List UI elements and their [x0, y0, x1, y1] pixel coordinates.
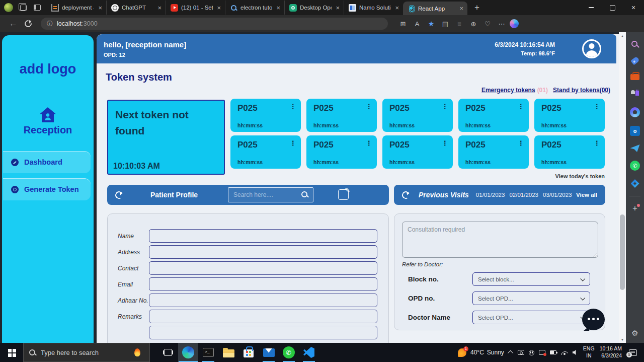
- split-screen-icon[interactable]: ▤: [439, 18, 451, 30]
- field-input[interactable]: [149, 261, 377, 275]
- store-taskbar-button[interactable]: [238, 343, 259, 362]
- language-indicator[interactable]: ENGIN: [583, 345, 595, 359]
- user-avatar[interactable]: [582, 39, 601, 58]
- workspaces-icon[interactable]: [20, 5, 27, 11]
- field-input[interactable]: [149, 326, 377, 339]
- tab-close-icon[interactable]: ×: [394, 4, 400, 12]
- toolbox-icon[interactable]: [630, 74, 639, 80]
- browser-tab[interactable]: React App ×: [403, 2, 467, 15]
- volume-icon[interactable]: [573, 350, 578, 355]
- refresh-icon[interactable]: [402, 191, 410, 199]
- new-tab-button[interactable]: +: [467, 3, 487, 13]
- drop-icon[interactable]: [631, 179, 639, 188]
- consultation-textarea[interactable]: [402, 222, 598, 258]
- select-dropdown[interactable]: Select OPD...: [472, 292, 590, 305]
- kebab-menu-icon[interactable]: ⋮: [442, 139, 448, 147]
- favorites-star-icon[interactable]: ★: [425, 18, 437, 30]
- kebab-menu-icon[interactable]: ⋮: [290, 139, 296, 147]
- browser-tab[interactable]: electron tutoria ×: [225, 1, 284, 15]
- tab-close-icon[interactable]: ×: [156, 4, 163, 12]
- browser-tab[interactable]: Namo Solution ×: [344, 1, 403, 15]
- window-close-button[interactable]: ×: [623, 0, 644, 15]
- clock[interactable]: 10:16 AM6/3/2024: [600, 345, 622, 359]
- outlook-icon[interactable]: [630, 126, 640, 136]
- kebab-menu-icon[interactable]: ⋮: [518, 139, 524, 147]
- field-input[interactable]: [149, 310, 377, 323]
- kebab-menu-icon[interactable]: ⋮: [594, 139, 600, 147]
- whatsapp-taskbar-button[interactable]: [279, 343, 299, 362]
- view-all-link[interactable]: View all: [576, 192, 597, 198]
- kebab-menu-icon[interactable]: ⋮: [290, 103, 296, 110]
- scrollbar-thumb[interactable]: [620, 214, 625, 290]
- terminal-taskbar-button[interactable]: [198, 343, 218, 362]
- favorites-list-icon[interactable]: ≡: [453, 18, 465, 30]
- kebab-menu-icon[interactable]: ⋮: [366, 103, 372, 110]
- tag-icon[interactable]: [630, 56, 640, 65]
- mail-taskbar-button[interactable]: [259, 343, 279, 362]
- token-card[interactable]: P025 ⋮ hh:mm:ss: [230, 99, 301, 132]
- network-icon[interactable]: [561, 350, 568, 355]
- sidebar-item-dashboard[interactable]: Dashboard: [3, 151, 91, 173]
- search-icon[interactable]: [301, 191, 309, 199]
- whatsapp-icon[interactable]: [630, 161, 640, 171]
- apps-grid-icon[interactable]: ⊞: [397, 18, 409, 30]
- task-view-button[interactable]: [158, 343, 178, 362]
- token-card[interactable]: P025 ⋮ hh:mm:ss: [534, 135, 605, 169]
- add-logo-button[interactable]: add logo: [20, 61, 76, 77]
- browser-profile-avatar[interactable]: [4, 3, 13, 12]
- tab-close-icon[interactable]: ×: [275, 4, 281, 12]
- weather-widget[interactable]: 1 40°CSunny: [458, 348, 504, 357]
- sidebar-item-token[interactable]: Generate Token: [3, 178, 91, 200]
- tab-close-icon[interactable]: ×: [335, 4, 341, 12]
- action-center-icon[interactable]: 5: [629, 349, 637, 356]
- visit-date-link[interactable]: 03/01/2023: [543, 192, 572, 198]
- scroll-down-icon[interactable]: ▼: [619, 336, 626, 343]
- field-input[interactable]: [149, 277, 377, 291]
- site-info-icon[interactable]: ⓘ: [47, 20, 53, 28]
- cast-icon[interactable]: [539, 350, 545, 355]
- visit-date-link[interactable]: 01/01/2023: [476, 192, 505, 198]
- token-card[interactable]: P025 ⋮ hh:mm:ss: [382, 135, 453, 169]
- page-scrollbar[interactable]: ▲ ▼: [619, 32, 626, 343]
- select-dropdown[interactable]: Select OPD...: [472, 311, 590, 324]
- window-minimize-button[interactable]: [581, 0, 602, 15]
- browser-tab[interactable]: Desktop Opera ×: [284, 1, 344, 15]
- token-card[interactable]: P025 ⋮ hh:mm:ss: [306, 135, 377, 169]
- select-dropdown[interactable]: Select block...: [472, 272, 590, 286]
- refresh-button[interactable]: [25, 20, 32, 27]
- field-input[interactable]: [149, 294, 377, 307]
- tab-close-icon[interactable]: ×: [216, 4, 222, 12]
- token-card[interactable]: P025 ⋮ hh:mm:ss: [458, 99, 529, 132]
- kebab-menu-icon[interactable]: ⋮: [442, 103, 448, 110]
- emergency-tokens-link[interactable]: Emergency tokens: [481, 87, 535, 94]
- collections-icon[interactable]: ⊕: [467, 18, 479, 30]
- chat-widget-button[interactable]: [582, 309, 605, 330]
- token-card[interactable]: P025 ⋮ hh:mm:ss: [306, 99, 377, 132]
- scroll-up-icon[interactable]: ▲: [619, 32, 626, 39]
- browser-essentials-icon[interactable]: ♡: [481, 18, 494, 30]
- visit-date-link[interactable]: 02/01/2023: [509, 192, 538, 198]
- back-button[interactable]: ←: [5, 19, 22, 29]
- vscode-taskbar-button[interactable]: [299, 343, 319, 362]
- patient-search-input[interactable]: [228, 191, 301, 198]
- tab-actions-icon[interactable]: [34, 5, 41, 11]
- edge-taskbar-button[interactable]: [178, 343, 198, 362]
- customize-sidebar-icon[interactable]: +: [630, 203, 640, 213]
- browser-tab[interactable]: (12) 01 - Settin ×: [166, 1, 225, 15]
- token-card[interactable]: P025 ⋮ hh:mm:ss: [382, 99, 453, 132]
- telegram-icon[interactable]: [630, 144, 640, 152]
- standby-tokens-link[interactable]: Stand by tokens(00): [553, 87, 610, 94]
- device-icon[interactable]: [518, 350, 524, 355]
- kebab-menu-icon[interactable]: ⋮: [518, 103, 524, 110]
- more-tools-icon[interactable]: ⋯: [496, 18, 508, 30]
- read-aloud-icon[interactable]: A: [411, 18, 423, 30]
- audio-device-icon[interactable]: [529, 350, 534, 355]
- next-token-card[interactable]: Next token not found 10:10:03 AM: [107, 100, 225, 175]
- edit-patient-icon[interactable]: [338, 189, 349, 200]
- token-card[interactable]: P025 ⋮ hh:mm:ss: [230, 135, 301, 169]
- address-bar[interactable]: ⓘ localhost:3000: [41, 18, 388, 30]
- tab-close-icon[interactable]: ×: [458, 5, 464, 12]
- hidden-icons-chevron[interactable]: [508, 350, 513, 356]
- copilot-icon[interactable]: [630, 107, 640, 117]
- field-input[interactable]: [149, 229, 377, 243]
